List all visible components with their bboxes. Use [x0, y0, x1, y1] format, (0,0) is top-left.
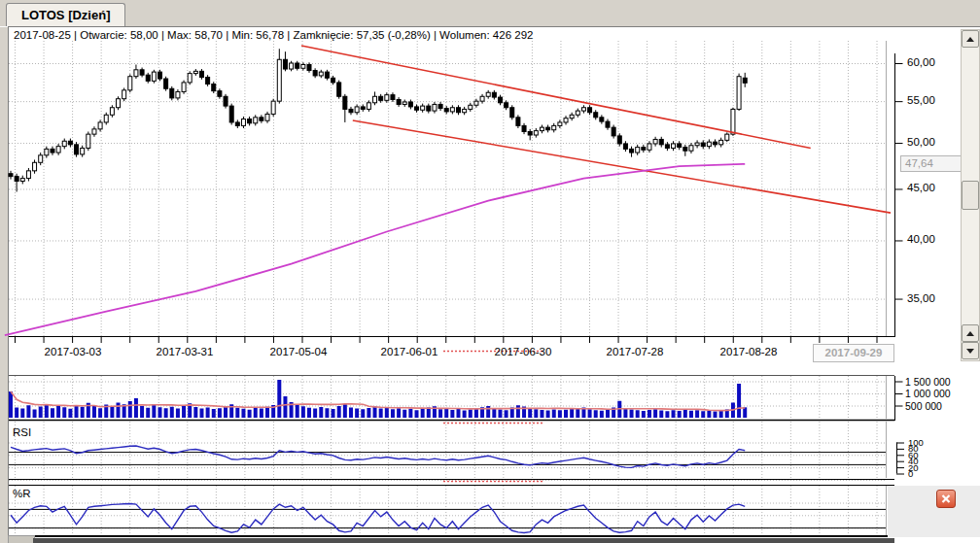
- down-arrow-icon: [966, 349, 974, 354]
- bottom-scrollbar-edge[interactable]: [33, 538, 894, 543]
- date-tick-label: 2017-06-01: [381, 346, 438, 357]
- app-window: LOTOS [Dzień] 2017-08-25 | Otwarcie: 58,…: [0, 0, 980, 543]
- scroll-up-button[interactable]: [962, 30, 979, 48]
- rsi-tick-label: 0: [908, 468, 913, 479]
- scroll-up-button-bottom[interactable]: [962, 324, 979, 342]
- price-tick-label: 50,00: [907, 136, 935, 148]
- volume-tick-label: 1 000 000: [905, 388, 951, 399]
- price-tick-label: 40,00: [907, 233, 935, 245]
- ohlc-info-bar: 2017-08-25 | Otwarcie: 58,00 | Max: 58,7…: [14, 29, 533, 41]
- up-arrow-icon: [966, 37, 974, 42]
- volume-tick-label: 500 000: [905, 400, 942, 412]
- vertical-scrollbar[interactable]: [961, 29, 980, 361]
- price-tick-label: 60,00: [907, 56, 935, 68]
- volume-tick-label: 1 500 000: [905, 376, 951, 388]
- ghost-date-box: 2017-09-29: [813, 344, 894, 362]
- bottom-left-gripper[interactable]: [8, 535, 35, 543]
- date-tick-label: 2017-07-28: [607, 346, 664, 357]
- wr-axis-background: [888, 486, 980, 537]
- up-arrow-icon: [966, 331, 974, 336]
- date-tick-label: 2017-03-03: [45, 346, 102, 357]
- date-tick-label: 2017-05-04: [270, 346, 328, 357]
- close-wr-panel-button[interactable]: [936, 490, 956, 508]
- price-tick-label: 45,00: [907, 182, 935, 193]
- price-tick-label: 55,00: [907, 94, 935, 106]
- date-tick-label: 2017-08-28: [720, 346, 778, 357]
- date-tick-label: 2017-06-30: [495, 346, 552, 357]
- current-price-box: 47,64: [900, 155, 966, 172]
- scrollbar-thumb[interactable]: [962, 181, 979, 210]
- chart-canvas[interactable]: [0, 0, 980, 543]
- close-icon: [937, 491, 955, 507]
- wr-panel-label: %R: [13, 488, 31, 499]
- rsi-panel-label: RSI: [13, 426, 31, 438]
- scroll-down-button[interactable]: [962, 342, 979, 359]
- price-tick-label: 35,00: [907, 292, 935, 304]
- date-tick-label: 2017-03-31: [157, 346, 214, 357]
